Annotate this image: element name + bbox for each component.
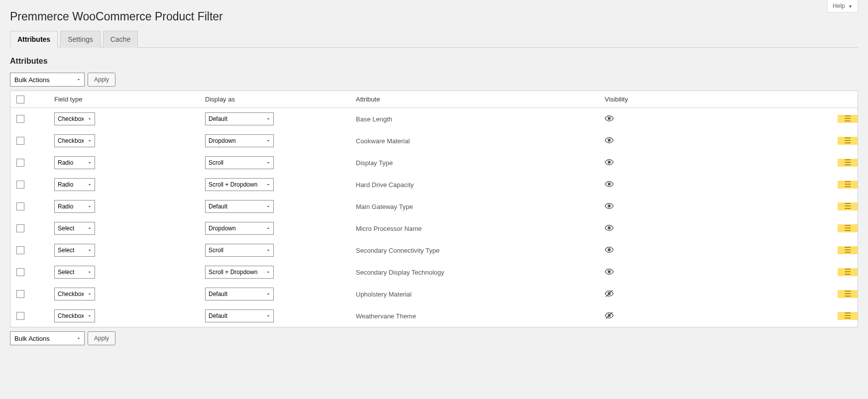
svg-point-3 xyxy=(608,183,611,185)
eye-icon[interactable] xyxy=(605,183,614,190)
attribute-name: Main Gateway Type xyxy=(356,203,605,210)
tab-settings[interactable]: Settings xyxy=(60,31,101,48)
drag-icon: ☰ xyxy=(844,312,851,320)
col-attribute: Attribute xyxy=(356,96,605,103)
display-as-select[interactable]: DefaultDropdownScrollScroll + Dropdown xyxy=(205,244,274,257)
attribute-name: Weathervane Theme xyxy=(356,312,605,320)
svg-point-4 xyxy=(608,204,611,207)
row-checkbox[interactable] xyxy=(16,312,24,320)
display-as-select[interactable]: DefaultDropdownScrollScroll + Dropdown xyxy=(205,222,274,235)
table-row: CheckboxRadioSelectDefaultDropdownScroll… xyxy=(10,261,858,283)
row-checkbox[interactable] xyxy=(16,115,24,123)
page-title: Premmerce WooCommerce Product Filter xyxy=(10,0,858,31)
nav-tabs: AttributesSettingsCache xyxy=(10,31,858,48)
field-type-select[interactable]: CheckboxRadioSelect xyxy=(54,309,95,322)
drag-icon: ☰ xyxy=(844,181,851,189)
display-as-select[interactable]: DefaultDropdownScrollScroll + Dropdown xyxy=(205,309,274,322)
col-visibility: Visibility xyxy=(605,96,838,103)
row-checkbox[interactable] xyxy=(16,159,24,167)
attribute-name: Cookware Material xyxy=(356,137,605,145)
row-checkbox[interactable] xyxy=(16,181,24,189)
drag-handle[interactable]: ☰ xyxy=(838,312,858,320)
table-row: CheckboxRadioSelectDefaultDropdownScroll… xyxy=(10,196,858,217)
tab-cache[interactable]: Cache xyxy=(103,31,138,48)
drag-icon: ☰ xyxy=(844,268,851,276)
display-as-select[interactable]: DefaultDropdownScrollScroll + Dropdown xyxy=(205,266,274,279)
drag-icon: ☰ xyxy=(844,290,851,298)
eye-off-icon[interactable] xyxy=(605,292,614,299)
display-as-select[interactable]: DefaultDropdownScrollScroll + Dropdown xyxy=(205,134,274,147)
attribute-name: Upholstery Material xyxy=(356,291,605,298)
col-field-type: Field type xyxy=(54,96,205,103)
bulk-actions-bottom: Bulk Actions Apply xyxy=(10,331,858,345)
field-type-select[interactable]: CheckboxRadioSelect xyxy=(54,156,95,169)
drag-handle[interactable]: ☰ xyxy=(838,202,858,210)
drag-handle[interactable]: ☰ xyxy=(838,181,858,189)
drag-handle[interactable]: ☰ xyxy=(838,115,858,123)
eye-icon[interactable] xyxy=(605,161,614,168)
svg-point-7 xyxy=(608,270,611,273)
attribute-name: Display Type xyxy=(356,159,605,167)
attribute-name: Secondary Connectivity Type xyxy=(356,247,605,254)
drag-icon: ☰ xyxy=(844,137,851,145)
attribute-name: Base Length xyxy=(356,115,605,123)
table-header: Field type Display as Attribute Visibili… xyxy=(10,91,858,108)
drag-handle[interactable]: ☰ xyxy=(838,159,858,167)
display-as-select[interactable]: DefaultDropdownScrollScroll + Dropdown xyxy=(205,200,274,213)
drag-icon: ☰ xyxy=(844,115,851,123)
tab-attributes[interactable]: Attributes xyxy=(10,31,58,48)
field-type-select[interactable]: CheckboxRadioSelect xyxy=(54,266,95,279)
row-checkbox[interactable] xyxy=(16,290,24,298)
bulk-actions-top: Bulk Actions Apply xyxy=(10,73,858,87)
eye-icon[interactable] xyxy=(605,226,614,234)
eye-icon[interactable] xyxy=(605,204,614,212)
row-checkbox[interactable] xyxy=(16,246,24,254)
drag-handle[interactable]: ☰ xyxy=(838,137,858,145)
svg-point-1 xyxy=(608,139,611,141)
field-type-select[interactable]: CheckboxRadioSelect xyxy=(54,244,95,257)
table-row: CheckboxRadioSelectDefaultDropdownScroll… xyxy=(10,174,858,196)
field-type-select[interactable]: CheckboxRadioSelect xyxy=(54,288,95,300)
svg-point-5 xyxy=(608,226,611,229)
drag-icon: ☰ xyxy=(844,159,851,167)
select-all-checkbox[interactable] xyxy=(16,96,24,103)
eye-icon[interactable] xyxy=(605,248,614,256)
field-type-select[interactable]: CheckboxRadioSelect xyxy=(54,178,95,191)
display-as-select[interactable]: DefaultDropdownScrollScroll + Dropdown xyxy=(205,112,274,125)
eye-off-icon[interactable] xyxy=(605,314,614,321)
drag-handle[interactable]: ☰ xyxy=(838,224,858,232)
drag-handle[interactable]: ☰ xyxy=(838,290,858,298)
row-checkbox[interactable] xyxy=(16,202,24,210)
svg-point-6 xyxy=(608,248,611,251)
help-tab[interactable]: Help ▼ xyxy=(827,0,858,12)
apply-button-bottom[interactable]: Apply xyxy=(88,331,115,345)
col-display-as: Display as xyxy=(205,96,356,103)
eye-icon[interactable] xyxy=(605,117,614,124)
table-row: CheckboxRadioSelectDefaultDropdownScroll… xyxy=(10,239,858,261)
bulk-action-select-bottom[interactable]: Bulk Actions xyxy=(10,331,85,345)
row-checkbox[interactable] xyxy=(16,224,24,232)
field-type-select[interactable]: CheckboxRadioSelect xyxy=(54,134,95,147)
field-type-select[interactable]: CheckboxRadioSelect xyxy=(54,112,95,125)
eye-icon[interactable] xyxy=(605,270,614,278)
section-title: Attributes xyxy=(10,57,858,66)
field-type-select[interactable]: CheckboxRadioSelect xyxy=(54,222,95,235)
table-row: CheckboxRadioSelectDefaultDropdownScroll… xyxy=(10,217,858,239)
field-type-select[interactable]: CheckboxRadioSelect xyxy=(54,200,95,213)
bulk-action-select[interactable]: Bulk Actions xyxy=(10,73,85,87)
row-checkbox[interactable] xyxy=(16,137,24,145)
display-as-select[interactable]: DefaultDropdownScrollScroll + Dropdown xyxy=(205,288,274,300)
display-as-select[interactable]: DefaultDropdownScrollScroll + Dropdown xyxy=(205,156,274,169)
table-row: CheckboxRadioSelectDefaultDropdownScroll… xyxy=(10,130,858,152)
apply-button[interactable]: Apply xyxy=(88,73,115,87)
eye-icon[interactable] xyxy=(605,139,614,146)
drag-handle[interactable]: ☰ xyxy=(838,268,858,276)
row-checkbox[interactable] xyxy=(16,268,24,276)
svg-point-0 xyxy=(608,117,611,119)
drag-icon: ☰ xyxy=(844,246,851,254)
drag-handle[interactable]: ☰ xyxy=(838,246,858,254)
table-row: CheckboxRadioSelectDefaultDropdownScroll… xyxy=(10,283,858,305)
attribute-name: Micro Processor Name xyxy=(356,225,605,232)
display-as-select[interactable]: DefaultDropdownScrollScroll + Dropdown xyxy=(205,178,274,191)
help-label: Help xyxy=(833,2,845,9)
